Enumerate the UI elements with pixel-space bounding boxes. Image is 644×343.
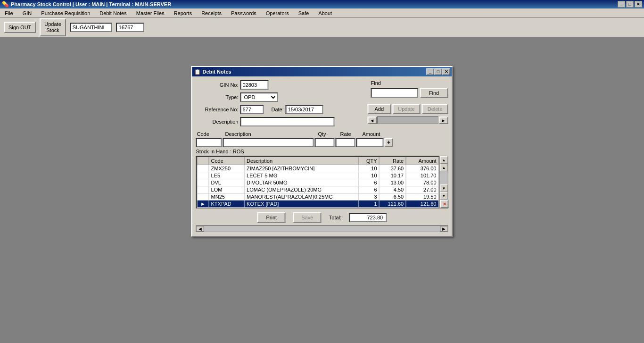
table-row[interactable]: ► KTXPAD KOTEX [PAD] 1 121.60 121.60	[197, 201, 438, 208]
gin-no-row: GIN No:	[196, 80, 363, 90]
new-rate-field[interactable]	[336, 138, 355, 147]
user-name-field[interactable]	[70, 23, 112, 32]
menu-about[interactable]: About	[315, 9, 335, 17]
row-code: KTXPAD	[209, 201, 245, 208]
gin-no-field[interactable]	[240, 80, 269, 90]
table-row[interactable]: DVL DIVOLTAR 50MG 6 13.00 78.00	[197, 179, 438, 186]
item-entry-section: Code Description Qty Rate Amount + Stock	[196, 131, 448, 209]
table-row[interactable]: ZMX250 ZIMAZ250 [AZITHROMYCIN] 10 37.60 …	[197, 165, 438, 172]
scroll-top-button[interactable]: ▲	[440, 156, 448, 164]
table-row[interactable]: LE5 LECET 5 MG 10 10.17 101.70	[197, 172, 438, 179]
row-description: ZIMAZ250 [AZITHROMYCIN]	[245, 165, 358, 172]
menu-purchase-requisition[interactable]: Purchase Requisition	[38, 9, 93, 17]
update-stock-button[interactable]: UpdateStock	[40, 18, 66, 36]
row-rate: 10.17	[379, 172, 406, 179]
update-button[interactable]: Update	[392, 104, 420, 114]
amount-col-label: Amount	[363, 131, 391, 137]
row-arrow	[197, 165, 209, 172]
sign-out-button[interactable]: Sign OUT	[4, 22, 36, 33]
row-arrow	[197, 186, 209, 193]
row-amount: 27.00	[406, 186, 438, 193]
scroll-bottom-button[interactable]: ▼	[440, 192, 448, 200]
scroll-panel: ▲ ▲ ▼ ▼ ✕	[440, 156, 448, 209]
title-bar: 💊 Pharmacy Stock Control | User : MAIN |…	[0, 0, 644, 8]
date-field[interactable]	[286, 105, 323, 114]
close-button[interactable]: ✕	[635, 1, 642, 8]
new-qty-field[interactable]	[315, 138, 335, 147]
horizontal-scrollbar[interactable]: ◄ ►	[196, 226, 448, 232]
row-rate: 37.60	[379, 165, 406, 172]
table-row[interactable]: LOM LOMAC (OMEPRAZOLE) 20MG 6 4.50 27.00	[197, 186, 438, 193]
h-scroll-right-button[interactable]: ►	[440, 226, 448, 232]
user-id-field[interactable]	[116, 23, 144, 32]
add-button[interactable]: Add	[367, 104, 391, 114]
delete-button[interactable]: Delete	[422, 104, 448, 114]
save-button[interactable]: Save	[293, 212, 322, 223]
scroll-up-button[interactable]: ▲	[440, 164, 448, 171]
total-label: Total:	[329, 215, 341, 220]
menu-passwords[interactable]: Passwords	[228, 9, 259, 17]
h-scroll-track[interactable]	[204, 226, 440, 232]
menu-gin[interactable]: GIN	[20, 9, 35, 17]
description-col-label: Description	[225, 131, 317, 137]
table-row[interactable]: MN25 MANOREST(ALPRAZOLAM)0.25MG 3 6.50 1…	[197, 193, 438, 201]
col-code: Code	[209, 157, 245, 165]
menu-master-files[interactable]: Master Files	[133, 9, 167, 17]
find-field[interactable]	[371, 88, 418, 98]
nav-right-button[interactable]: ►	[439, 117, 448, 124]
rate-col-label: Rate	[340, 131, 362, 137]
dialog-icon: 📋	[194, 69, 201, 75]
items-table: Code Description QTY Rate Amount ZMX250 …	[197, 157, 439, 208]
new-amount-field[interactable]	[356, 138, 384, 147]
title-bar-controls: _ □ ✕	[618, 1, 642, 8]
menu-receipts[interactable]: Receipts	[198, 9, 224, 17]
row-amount: 121.60	[406, 201, 438, 208]
refno-date-row: Reference No: Date:	[196, 105, 363, 114]
find-button[interactable]: Find	[420, 88, 448, 98]
row-amount: 376.00	[406, 165, 438, 172]
row-rate: 121.60	[379, 201, 406, 208]
h-scroll-left-button[interactable]: ◄	[197, 226, 204, 232]
title-bar-left: 💊 Pharmacy Stock Control | User : MAIN |…	[2, 1, 171, 8]
scroll-track[interactable]	[440, 171, 448, 184]
col-amount: Amount	[406, 157, 438, 165]
menu-reports[interactable]: Reports	[171, 9, 195, 17]
row-code: ZMX250	[209, 165, 245, 172]
dialog-close-button[interactable]: ✕	[443, 68, 450, 75]
nav-left-button[interactable]: ◄	[367, 117, 377, 124]
description-label: Description	[196, 119, 239, 125]
maximize-button[interactable]: □	[626, 1, 634, 8]
reference-no-field[interactable]	[240, 105, 264, 114]
dialog-title-bar: 📋 Debit Notes _ □ ✕	[192, 67, 452, 76]
minimize-button[interactable]: _	[618, 1, 625, 8]
dialog-body: GIN No: Type: OPD IPD Reference No:	[192, 76, 452, 236]
type-row: Type: OPD IPD	[196, 92, 363, 102]
row-description: KOTEX [PAD]	[245, 201, 358, 208]
menu-debit-notes[interactable]: Debit Notes	[97, 9, 129, 17]
menu-operators[interactable]: Operators	[263, 9, 292, 17]
stock-in-hand: Stock In Hand : ROS	[196, 149, 448, 154]
row-amount: 78.00	[406, 179, 438, 186]
action-buttons: Add Update Delete ◄ ►	[367, 104, 448, 125]
gin-no-label: GIN No:	[196, 82, 239, 88]
bottom-action-bar: Print Save Total:	[196, 212, 448, 223]
description-field[interactable]	[240, 117, 335, 126]
row-arrow	[197, 179, 209, 186]
data-table-area: Code Description QTY Rate Amount ZMX250 …	[196, 156, 448, 209]
scroll-down-button[interactable]: ▼	[440, 184, 448, 192]
remove-row-button[interactable]: ✕	[440, 200, 449, 208]
new-description-field[interactable]	[223, 138, 314, 147]
nav-track[interactable]	[377, 117, 438, 124]
total-value-field	[349, 213, 387, 222]
menu-safe[interactable]: Safe	[296, 9, 312, 17]
add-row-button[interactable]: +	[385, 138, 393, 147]
row-qty: 1	[358, 201, 379, 208]
menu-bar: File GIN Purchase Requisition Debit Note…	[0, 8, 644, 18]
menu-file[interactable]: File	[2, 9, 16, 17]
description-row: Description	[196, 117, 363, 126]
print-button[interactable]: Print	[257, 212, 286, 223]
dialog-minimize-button[interactable]: _	[427, 68, 434, 75]
dialog-restore-button[interactable]: □	[435, 68, 442, 75]
new-code-field[interactable]	[196, 138, 222, 147]
type-select[interactable]: OPD IPD	[240, 92, 278, 102]
